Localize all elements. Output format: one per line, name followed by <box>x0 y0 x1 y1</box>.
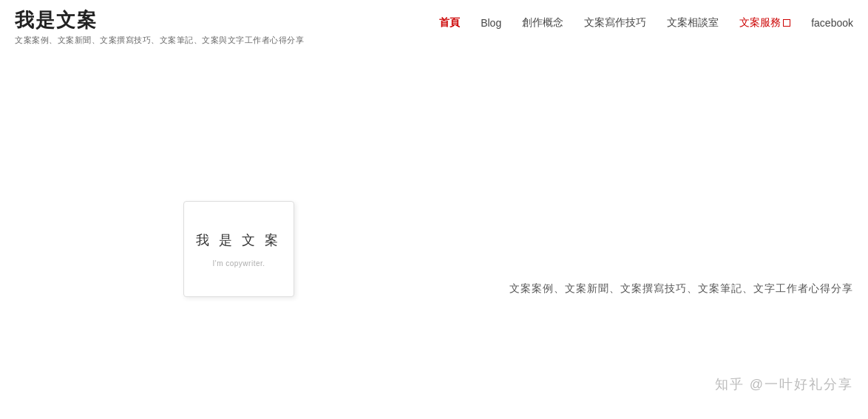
nav-item-facebook[interactable]: facebook <box>811 17 853 29</box>
main-nav: 首頁 Blog 創作概念 文案寫作技巧 文案相談室 文案服務 facebook <box>439 7 853 30</box>
nav-item-home[interactable]: 首頁 <box>439 16 460 30</box>
nav-item-blog[interactable]: Blog <box>481 17 501 29</box>
hero-card: 我 是 文 案 I'm copywriter. <box>183 201 294 297</box>
services-icon <box>783 19 790 27</box>
site-branding: 我是文案 文案案例、文案新聞、文案撰寫技巧、文案筆記、文案與文字工作者心得分享 <box>15 7 304 46</box>
main-content: 我 是 文 案 I'm copywriter. 文案案例、文案新聞、文案撰寫技巧… <box>0 53 868 415</box>
card-subtitle: I'm copywriter. <box>212 259 265 268</box>
nav-item-consultation[interactable]: 文案相談室 <box>667 16 719 30</box>
header: 我是文案 文案案例、文案新聞、文案撰寫技巧、文案筆記、文案與文字工作者心得分享 … <box>0 0 868 53</box>
nav-item-services-label: 文案服務 <box>739 16 781 30</box>
site-title: 我是文案 <box>15 7 304 33</box>
hero-tagline: 文案案例、文案新聞、文案撰寫技巧、文案筆記、文字工作者心得分享 <box>509 282 853 296</box>
site-subtitle: 文案案例、文案新聞、文案撰寫技巧、文案筆記、文案與文字工作者心得分享 <box>15 35 304 46</box>
card-title: 我 是 文 案 <box>196 231 281 249</box>
nav-item-copywriting-tips[interactable]: 文案寫作技巧 <box>584 16 646 30</box>
nav-item-services[interactable]: 文案服務 <box>739 16 790 30</box>
nav-item-creative-concept[interactable]: 創作概念 <box>522 16 563 30</box>
watermark: 知乎 @一叶好礼分享 <box>715 375 853 393</box>
